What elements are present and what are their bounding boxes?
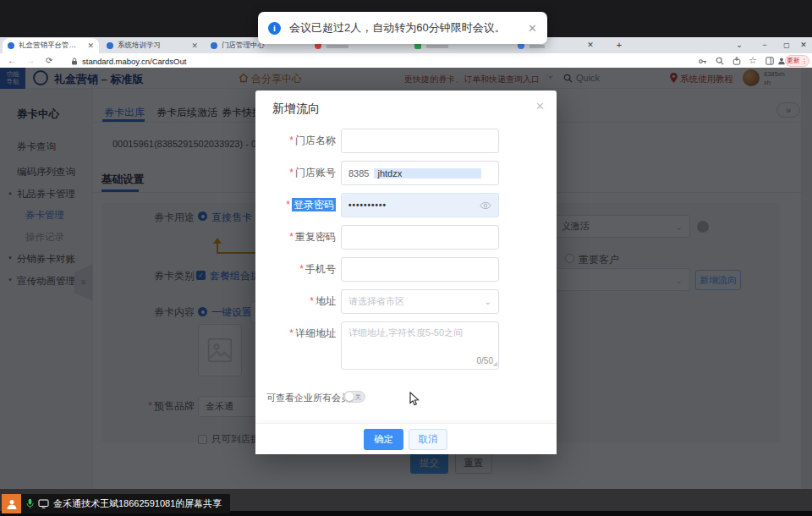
side-panel-icon[interactable] bbox=[765, 57, 774, 65]
share-pill: 金禾通技术王斌18662591081的屏幕共享 bbox=[21, 494, 230, 513]
browser-tab-active[interactable]: 礼盒营销平台管理中心 ✕ bbox=[3, 38, 99, 53]
url-text[interactable]: standard.maboy.cn/CardsOut bbox=[82, 57, 186, 66]
toggle-knob bbox=[345, 392, 354, 401]
share-avatar bbox=[2, 494, 21, 513]
password-label-selected: 登录密码 bbox=[292, 198, 336, 211]
window-menu-icon[interactable]: ⌄ bbox=[732, 37, 746, 53]
account-prefix: 8385 bbox=[348, 168, 369, 178]
detail-address-placeholder: 详细地址,字符长度5-50之间 bbox=[348, 327, 463, 338]
info-icon: i bbox=[268, 22, 281, 35]
store-account-label: *门店账号 bbox=[255, 161, 336, 185]
window-close-icon[interactable]: ✕ bbox=[797, 37, 810, 53]
window-maximize-icon[interactable]: ▢ bbox=[780, 37, 793, 53]
person-icon bbox=[6, 498, 18, 510]
password-key-icon[interactable] bbox=[699, 58, 707, 65]
address-label: *地址 bbox=[255, 289, 336, 314]
hidden-tab-title-bar bbox=[426, 45, 448, 48]
password-input[interactable]: •••••••••• bbox=[341, 193, 499, 217]
repeat-password-label: *重复密码 bbox=[255, 225, 336, 250]
tab-title: 礼盒营销平台管理中心 bbox=[19, 41, 83, 51]
tab-favicon-icon bbox=[8, 42, 14, 49]
update-label: 更新 bbox=[787, 57, 799, 65]
lock-icon bbox=[71, 58, 78, 65]
share-icon[interactable] bbox=[732, 57, 741, 65]
store-name-input[interactable] bbox=[341, 129, 499, 153]
tab-close-icon[interactable]: ✕ bbox=[191, 41, 198, 50]
cancel-button[interactable]: 取消 bbox=[409, 429, 447, 450]
confirm-button[interactable]: 确定 bbox=[364, 429, 403, 450]
browser-window: 礼盒营销平台管理中心 ✕ 系统培训学习 ✕ 门店管理中心 ✕ + ⌄ − bbox=[0, 37, 812, 489]
tab-favicon-icon bbox=[211, 42, 217, 49]
address-row: *地址 请选择省市区 ⌄ bbox=[255, 289, 557, 314]
view-all-members-toggle[interactable]: 关 bbox=[343, 391, 365, 403]
view-all-members-label: 可查看企业所有会员 bbox=[266, 392, 350, 404]
char-counter: 0/50 bbox=[477, 355, 493, 366]
reload-icon[interactable]: ⟳ bbox=[46, 55, 52, 67]
address-select[interactable]: 请选择省市区 ⌄ bbox=[341, 289, 499, 314]
store-name-row: *门店名称 bbox=[255, 129, 557, 153]
toggle-state-label: 关 bbox=[355, 393, 362, 402]
window-minimize-icon[interactable]: − bbox=[758, 37, 771, 53]
mouse-cursor bbox=[409, 392, 420, 406]
browser-update-button[interactable]: 更新 ⋮ bbox=[785, 55, 809, 67]
account-value-selected: jhtdzx bbox=[374, 168, 481, 178]
chevron-down-icon: ⌄ bbox=[485, 297, 491, 306]
desktop: 礼盒营销平台管理中心 ✕ 系统培训学习 ✕ 门店管理中心 ✕ + ⌄ − bbox=[0, 0, 812, 516]
mobile-row: *手机号 bbox=[255, 257, 557, 282]
password-row: *登录密码 •••••••••• bbox=[255, 193, 557, 217]
toast-close-icon[interactable]: ✕ bbox=[528, 22, 537, 35]
eye-icon[interactable] bbox=[480, 201, 491, 210]
tab-close-icon[interactable]: ✕ bbox=[87, 41, 94, 50]
modal-title: 新增流向 bbox=[272, 102, 320, 117]
screen-share-icon bbox=[38, 499, 49, 508]
detail-address-label: *详细地址 bbox=[255, 321, 336, 346]
address-placeholder: 请选择省市区 bbox=[348, 295, 404, 308]
mobile-label: *手机号 bbox=[255, 257, 336, 282]
back-icon[interactable]: ← bbox=[8, 55, 16, 67]
browser-navbar: ← → ⟳ standard.maboy.cn/CardsOut ☆ 更新 ⋮ bbox=[0, 53, 812, 69]
taskbar: 金禾通技术王斌18662591081的屏幕共享 bbox=[0, 489, 812, 516]
mobile-input[interactable] bbox=[341, 257, 499, 282]
store-name-label: *门店名称 bbox=[255, 129, 336, 153]
tab-favicon-icon bbox=[107, 42, 113, 49]
modal-close-icon[interactable]: ✕ bbox=[535, 100, 545, 113]
add-flow-modal: 新增流向 ✕ *门店名称 *门店账号 8385 jhtdzx bbox=[255, 91, 557, 454]
resize-handle-icon[interactable]: ◢ bbox=[493, 358, 497, 369]
detail-address-textarea[interactable]: 详细地址,字符长度5-50之间 0/50 ◢ bbox=[341, 321, 499, 370]
store-account-row: *门店账号 8385 jhtdzx bbox=[255, 161, 557, 185]
password-dots: •••••••••• bbox=[348, 200, 387, 210]
toast-text: 会议已超过2人，自动转为60分钟限时会议。 bbox=[289, 20, 506, 36]
screen-share-widget[interactable]: 金禾通技术王斌18662591081的屏幕共享 bbox=[2, 494, 230, 513]
tab-close-icon[interactable]: ✕ bbox=[584, 37, 597, 53]
password-label: *登录密码 bbox=[255, 193, 336, 217]
repeat-password-row: *重复密码 bbox=[255, 225, 557, 250]
share-text: 金禾通技术王斌18662591081的屏幕共享 bbox=[53, 497, 222, 510]
modal-footer: 确定 取消 bbox=[255, 423, 557, 454]
forward-icon[interactable]: → bbox=[26, 55, 35, 67]
meeting-toast: i 会议已超过2人，自动转为60分钟限时会议。 ✕ bbox=[258, 12, 547, 44]
new-tab-button[interactable]: + bbox=[612, 37, 626, 53]
hidden-tab-title-bar bbox=[529, 45, 545, 48]
bookmark-star-icon[interactable]: ☆ bbox=[749, 54, 757, 66]
detail-address-row: *详细地址 详细地址,字符长度5-50之间 0/50 ◢ bbox=[255, 321, 557, 370]
zoom-icon[interactable] bbox=[716, 57, 724, 65]
hidden-tab-title-bar bbox=[326, 45, 348, 48]
repeat-password-input[interactable] bbox=[341, 225, 499, 250]
web-page: 功能 导航 礼盒营销 – 标准版 合分享中心 更快捷的券卡、订单和快递查询入口 … bbox=[0, 68, 812, 489]
tab-title: 系统培训学习 bbox=[118, 41, 187, 51]
microphone-icon bbox=[26, 498, 34, 509]
browser-tab-2[interactable]: 系统培训学习 ✕ bbox=[102, 38, 203, 53]
more-icon: ⋮ bbox=[801, 58, 808, 65]
store-account-input[interactable]: 8385 jhtdzx bbox=[341, 161, 499, 185]
